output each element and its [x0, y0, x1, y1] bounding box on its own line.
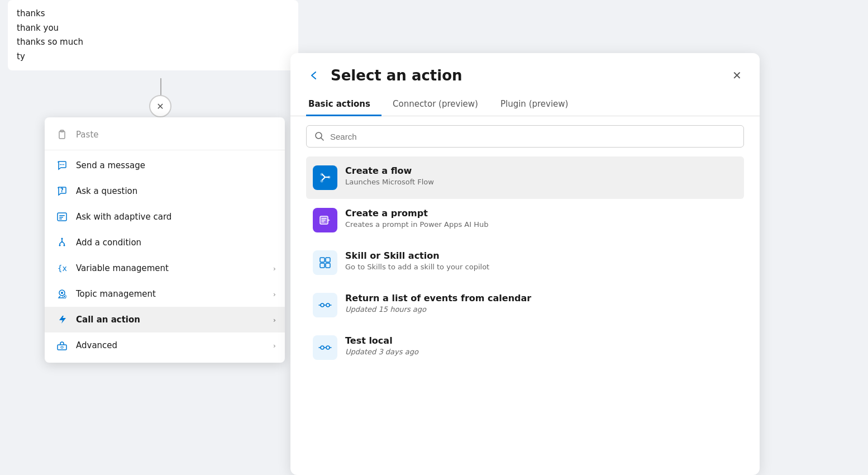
svg-rect-18: [61, 346, 63, 348]
skill-text: Skill or Skill action Go to Skills to ad…: [345, 250, 737, 271]
menu-item-add-condition[interactable]: Add a condition: [45, 230, 285, 255]
panel-header: Select an action ✕: [290, 53, 760, 84]
action-item-test-local[interactable]: Test local Updated 3 days ago: [306, 326, 744, 369]
ask-adaptive-label: Ask with adaptive card: [76, 212, 171, 222]
calendar-name: Return a list of events from calendar: [345, 293, 737, 303]
skill-desc: Go to Skills to add a skill to your copi…: [345, 263, 737, 271]
advanced-chevron-icon: ›: [273, 341, 276, 350]
variable-icon: {x}: [56, 262, 68, 274]
select-action-panel: Select an action ✕ Basic actions Connect…: [290, 53, 760, 475]
panel-title: Select an action: [331, 67, 721, 84]
topic-icon: [56, 288, 68, 300]
test-local-text: Test local Updated 3 days ago: [345, 335, 737, 356]
svg-point-15: [61, 292, 63, 294]
close-button[interactable]: ✕: [730, 66, 744, 84]
svg-rect-0: [59, 131, 65, 139]
svg-point-28: [321, 303, 324, 307]
svg-point-21: [321, 180, 323, 183]
node-card: thanks thank you thanks so much ty: [8, 0, 298, 70]
menu-divider-1: [45, 150, 285, 150]
svg-point-31: [326, 346, 330, 349]
svg-point-10: [61, 238, 63, 240]
svg-point-11: [59, 245, 61, 246]
tab-connector[interactable]: Connector (preview): [390, 93, 489, 116]
create-prompt-desc: Creates a prompt in Power Apps AI Hub: [345, 220, 737, 229]
tab-plugin[interactable]: Plugin (preview): [498, 93, 580, 116]
svg-point-12: [64, 245, 65, 246]
svg-text:?: ?: [60, 187, 64, 193]
create-prompt-name: Create a prompt: [345, 208, 737, 218]
menu-item-advanced[interactable]: Advanced ›: [45, 332, 285, 358]
topic-mgmt-label: Topic management: [76, 289, 156, 299]
action-chevron-icon: ›: [273, 316, 276, 324]
variable-mgmt-label: Variable management: [76, 263, 169, 273]
svg-rect-26: [320, 263, 325, 268]
svg-rect-17: [58, 345, 66, 350]
back-button[interactable]: [306, 68, 322, 83]
ask-question-label: Ask a question: [76, 186, 137, 196]
paste-label: Paste: [76, 130, 99, 140]
test-local-name: Test local: [345, 335, 737, 346]
svg-point-3: [60, 164, 61, 165]
action-item-create-flow[interactable]: Create a flow Launches Microsoft Flow: [306, 156, 744, 199]
menu-item-call-action[interactable]: Call an action ›: [45, 307, 285, 332]
add-condition-label: Add a condition: [76, 238, 141, 248]
menu-item-variable-mgmt[interactable]: {x} Variable management ›: [45, 255, 285, 281]
search-input[interactable]: [330, 132, 736, 141]
create-flow-desc: Launches Microsoft Flow: [345, 178, 737, 186]
svg-point-4: [63, 164, 64, 165]
create-flow-name: Create a flow: [345, 165, 737, 176]
topic-chevron-icon: ›: [273, 290, 276, 298]
svg-point-20: [321, 173, 323, 176]
chat-icon: [56, 159, 68, 172]
svg-rect-27: [326, 263, 330, 268]
svg-point-22: [328, 176, 331, 179]
send-message-label: Send a message: [76, 160, 145, 170]
svg-point-30: [321, 346, 324, 349]
svg-point-29: [326, 303, 330, 307]
search-bar[interactable]: [306, 125, 744, 148]
search-icon: [314, 131, 325, 141]
tab-basic-actions[interactable]: Basic actions: [306, 93, 381, 116]
variable-chevron-icon: ›: [273, 264, 276, 273]
action-item-calendar[interactable]: Return a list of events from calendar Up…: [306, 284, 744, 326]
action-icon: [56, 314, 68, 326]
context-menu: Paste Send a message ? Ask a question: [45, 117, 285, 363]
condition-icon: [56, 236, 68, 249]
skill-name: Skill or Skill action: [345, 250, 737, 261]
svg-rect-25: [326, 258, 330, 262]
action-list: Create a flow Launches Microsoft Flow Cr…: [290, 156, 760, 475]
svg-rect-7: [59, 215, 65, 216]
menu-item-paste[interactable]: Paste: [45, 122, 285, 148]
svg-point-19: [316, 132, 322, 139]
create-prompt-text: Create a prompt Creates a prompt in Powe…: [345, 208, 737, 229]
calendar-desc: Updated 15 hours ago: [345, 305, 737, 314]
svg-rect-9: [59, 218, 62, 220]
node-line-3: thanks so much: [17, 35, 289, 50]
adaptive-card-icon: [56, 211, 68, 223]
test-local-icon: [313, 335, 337, 360]
menu-item-ask-question[interactable]: ? Ask a question: [45, 178, 285, 204]
create-prompt-icon: [313, 208, 337, 232]
delete-circle-button[interactable]: ✕: [149, 95, 171, 117]
node-line-2: thank you: [17, 21, 289, 36]
panel-tabs: Basic actions Connector (preview) Plugin…: [290, 93, 760, 116]
menu-item-ask-adaptive[interactable]: Ask with adaptive card: [45, 204, 285, 230]
calendar-text: Return a list of events from calendar Up…: [345, 293, 737, 314]
action-item-create-prompt[interactable]: Create a prompt Creates a prompt in Powe…: [306, 199, 744, 241]
skill-icon: [313, 250, 337, 275]
svg-rect-8: [59, 217, 63, 218]
svg-point-2: [61, 164, 63, 165]
action-item-skill[interactable]: Skill or Skill action Go to Skills to ad…: [306, 241, 744, 284]
create-flow-text: Create a flow Launches Microsoft Flow: [345, 165, 737, 186]
test-local-desc: Updated 3 days ago: [345, 348, 737, 356]
menu-item-send-message[interactable]: Send a message: [45, 153, 285, 178]
call-action-label: Call an action: [76, 315, 140, 325]
create-flow-icon: [313, 165, 337, 190]
svg-text:{x}: {x}: [58, 264, 68, 273]
paste-icon: [56, 129, 68, 141]
toolbox-icon: [56, 339, 68, 352]
menu-item-topic-mgmt[interactable]: Topic management ›: [45, 281, 285, 307]
advanced-label: Advanced: [76, 340, 117, 350]
calendar-icon: [313, 293, 337, 317]
